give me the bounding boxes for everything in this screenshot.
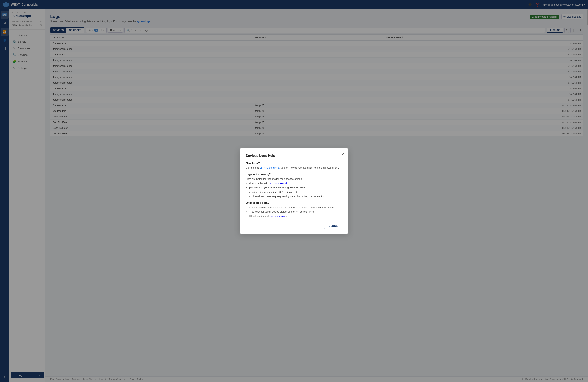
modal-list-item-1: device(s) hasn't been provisioned, bbox=[249, 181, 342, 185]
modal-section3-intro: If the data showing is unexpected or the… bbox=[246, 206, 342, 210]
modal-section2-intro: Here are potential reasons for the absen… bbox=[246, 177, 342, 181]
modal-title: Devices Logs Help bbox=[246, 154, 342, 158]
modal-section3-title: Unexpected data? bbox=[246, 201, 342, 204]
modal-list-item-2: platform and your device are facing netw… bbox=[249, 185, 342, 199]
modal-section2-title: Logs not showing? bbox=[246, 173, 342, 176]
modal-dialog: Devices Logs Help ✕ New User? Complete a… bbox=[240, 149, 348, 233]
modal-footer: CLOSE bbox=[246, 223, 342, 229]
modal-overlay[interactable]: Devices Logs Help ✕ New User? Complete a… bbox=[0, 0, 588, 382]
modal-close-action-button[interactable]: CLOSE bbox=[324, 223, 342, 229]
modal-section3-item-1: Troubleshoot using 'device status' and '… bbox=[249, 210, 342, 214]
modal-section1-text: Complete a 15 minutes tutorial to learn … bbox=[246, 166, 342, 170]
modal-list-subitem-1: client side connection's URL is incorrec… bbox=[252, 190, 342, 194]
resources-link[interactable]: your resources bbox=[269, 214, 286, 217]
modal-close-button[interactable]: ✕ bbox=[342, 151, 345, 156]
modal-section2-list: device(s) hasn't been provisioned, platf… bbox=[246, 181, 342, 199]
modal-section3-item-2: Check settings of your resources. bbox=[249, 214, 342, 218]
provisioned-link[interactable]: been provisioned bbox=[268, 182, 287, 185]
tutorial-link[interactable]: 15 minutes tutorial bbox=[259, 166, 280, 169]
modal-section1-title: New User? bbox=[246, 162, 342, 165]
modal-section3-list: Troubleshoot using 'device status' and '… bbox=[246, 210, 342, 218]
modal-list-subitem-2: firewall and reverse-proxy settings are … bbox=[252, 194, 342, 199]
